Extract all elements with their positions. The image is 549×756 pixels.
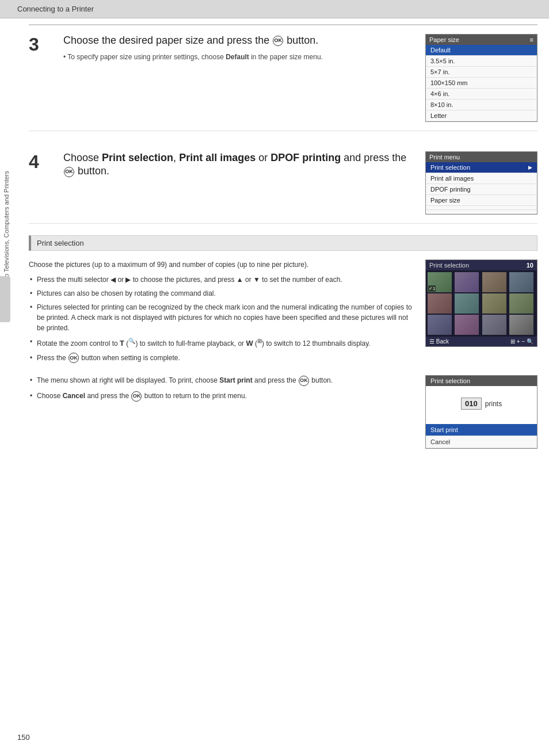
step4-title-text1: Choose [63,152,99,163]
print-count-display: 010 prints [461,398,502,410]
side-label-container: Connecting to Televisions, Computers and… [0,69,13,414]
lower-bullet-1: The menu shown at right will be displaye… [29,375,414,386]
paper-size-screen-body: Default 3.5×5 in. 5×7 in. 100×150 mm 4×6… [426,45,537,121]
step4-bold3: DPOF printing [270,152,341,163]
step3-note-end: in the paper size menu. [251,53,323,61]
print-final-header: Print selection [426,376,537,386]
step3-title-text2: button. [287,35,318,46]
lower-text: The menu shown at right will be displaye… [29,375,414,406]
paper-size-row-0: Default [426,45,537,56]
thumbnail-11 [482,315,506,335]
print-selection-header: Print selection [29,235,537,251]
step4-body: Choose Print selection, Print all images… [63,151,414,183]
start-print-row: Start print [426,424,537,436]
paper-size-menu-icon: ≡ [530,36,533,43]
camera-screen: Print selection 10 [425,259,537,347]
ok-button-step4: OK [64,167,74,177]
step4-number: 4 [29,152,52,171]
paper-size-row-6: Letter [426,110,537,121]
step3-note: • To specify paper size using printer se… [63,52,414,62]
main-content: 3 Choose the desired paper size and pres… [17,18,549,466]
zoom-t: T [120,339,124,348]
step4-section: 4 Choose Print selection, Print all imag… [29,143,537,224]
paper-size-row-2: 5×7 in. [426,67,537,78]
thumbnail-grid [426,270,537,337]
step3-title-text1: Choose the desired paper size and press … [63,35,269,46]
print-menu-row-2: DPOF printing [426,184,537,195]
print-menu-row-1: Print all images [426,173,537,184]
thumbnail-1 [428,272,452,292]
print-menu-title-bar: Print menu [426,152,537,162]
zoom-grid-icon: ⊞ [257,338,262,344]
footer-menu: ☰ Back [429,338,449,345]
paper-size-row-4: 4×6 in. [426,89,537,100]
step3-note-text: To specify paper size using printer sett… [67,53,223,61]
thumbnail-10 [455,315,479,335]
print-menu-screen: Print menu Print selection Print all ima… [425,151,537,215]
paper-size-row-1: 3.5×5 in. [426,56,537,67]
step3-section: 3 Choose the desired paper size and pres… [29,24,537,131]
camera-screen-header: Print selection 10 [426,260,537,270]
step4-bold1: Print selection [102,152,173,163]
zoom-q-icon: 🔍 [128,338,135,344]
step3-note-bold: Default [226,53,249,61]
thumbnail-6 [455,293,479,314]
paper-size-screen: Paper size ≡ Default 3.5×5 in. 5×7 in. 1… [425,34,537,122]
side-tab [0,276,10,322]
thumbnail-8 [509,293,533,314]
footer-controls: ⊞ + − 🔍 [510,338,533,345]
camera-screen-footer: ☰ Back ⊞ + − 🔍 [426,337,537,346]
lower-bullets: The menu shown at right will be displaye… [29,375,414,402]
print-final-screen: Print selection 010 prints Start print C… [425,375,537,449]
ok-button-inline-2: OK [299,376,309,386]
print-menu-row-0: Print selection [426,162,537,173]
page-number: 150 [17,733,30,742]
step3-body: Choose the desired paper size and press … [63,34,414,62]
print-selection-text: Choose the pictures (up to a maximum of … [29,259,414,366]
bullet-1: Press the multi selector ◀ or ▶ to choos… [29,274,414,285]
print-selection-section: Print selection Choose the pictures (up … [29,235,537,449]
print-menu-row-3: Paper size [426,195,537,206]
step3-number: 3 [29,35,52,54]
print-menu-row-5 [426,210,537,214]
bullet-2: Pictures can also be chosen by rotating … [29,288,414,299]
thumbnail-12 [509,315,533,335]
paper-size-row-3: 100×150 mm [426,78,537,89]
step3-title: Choose the desired paper size and press … [63,34,414,47]
print-menu-screen-body: Print selection Print all images DPOF pr… [426,162,537,214]
thumbnail-4 [509,272,533,292]
camera-screen-count: 10 [527,262,533,269]
print-menu-rows: Start print Cancel [426,424,537,448]
step4-comma: , [173,152,176,163]
thumbnail-7 [482,293,506,314]
header-title: Connecting to a Printer [17,5,94,13]
ok-button-inline-3: OK [131,391,142,402]
thumbnail-9 [428,315,452,335]
step4-or: or [258,152,268,163]
print-count-label: prints [485,400,502,408]
zoom-w: W [246,339,253,348]
step4-bold2: Print all images [179,152,256,163]
bullet-3: Pictures selected for printing can be re… [29,302,414,333]
start-print-label: Start print [219,376,252,384]
paper-size-screen-title: Paper size [429,36,459,43]
thumbnail-2 [455,272,479,292]
step4-title: Choose Print selection, Print all images… [63,151,414,178]
step4-title-text3: button. [78,165,109,177]
thumbnail-3 [482,272,506,292]
print-selection-content: Choose the pictures (up to a maximum of … [29,259,537,366]
print-selection-bullets: Press the multi selector ◀ or ▶ to choos… [29,274,414,363]
ok-button-step3: OK [273,36,283,46]
print-final-body: 010 prints [426,386,537,424]
print-menu-row-4 [426,206,537,210]
camera-screen-title: Print selection [429,262,469,269]
cancel-label: Cancel [63,392,85,400]
cancel-row: Cancel [426,436,537,448]
print-selection-intro: Choose the pictures (up to a maximum of … [29,259,414,270]
ok-button-inline-1: OK [68,353,79,363]
bullet-5: Press the OK button when setting is comp… [29,353,414,364]
lower-bullet-2: Choose Cancel and press the OK button to… [29,391,414,402]
lower-section: The menu shown at right will be displaye… [29,375,537,449]
bullet-4: Rotate the zoom control to T (🔍) to swit… [29,337,414,349]
paper-size-row-5: 8×10 in. [426,100,537,110]
